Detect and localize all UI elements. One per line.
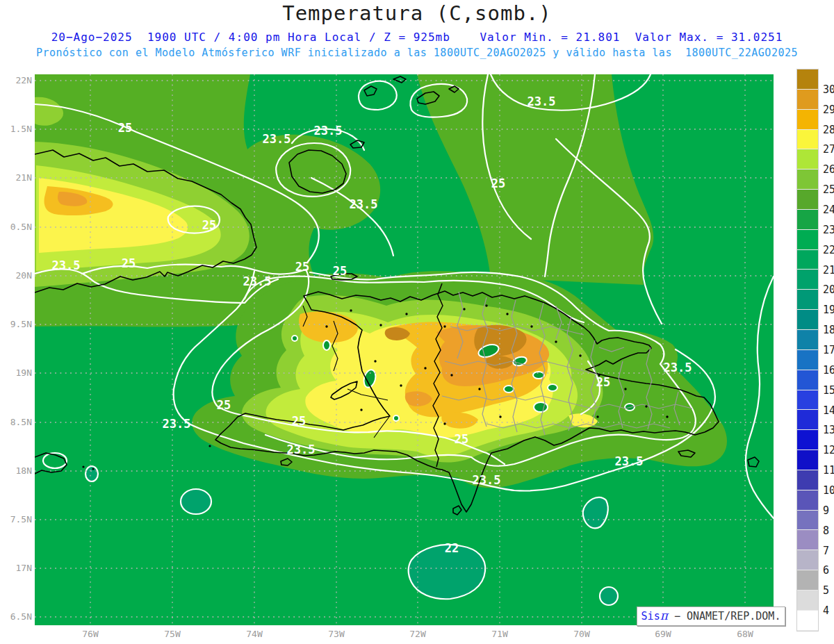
colorbar-tick: 26 <box>823 163 834 176</box>
sispi-logo-text: Sis <box>641 610 660 622</box>
colorbar-cell <box>797 69 818 90</box>
lat-tick-label: 1.5N <box>0 124 32 134</box>
colorbar-tick: 25 <box>823 183 834 196</box>
colorbar-cell <box>797 470 818 490</box>
colorbar-tick: 14 <box>823 404 834 417</box>
contour-label: 25 <box>295 260 309 274</box>
colorbar-cell <box>797 90 818 110</box>
sispi-pi-glyph: π <box>660 609 668 622</box>
contour-label: 25 <box>455 432 468 446</box>
lat-tick-label: 0.5N <box>0 222 32 232</box>
lon-tick-label: 73W <box>322 629 350 639</box>
colorbar-tick: 30 <box>823 83 834 96</box>
colorbar-tick: 16 <box>823 364 834 377</box>
lat-tick-label: 22N <box>0 75 32 85</box>
contour-label: 23.5 <box>615 454 644 468</box>
colorbar-cell <box>797 290 818 310</box>
colorbar-cell <box>797 591 818 611</box>
colorbar-cell <box>797 250 818 270</box>
lon-tick-label: 72W <box>404 629 432 639</box>
contour-label: 23.5 <box>528 94 556 108</box>
lon-tick-label: 70W <box>568 629 596 639</box>
colorbar-cell <box>797 230 818 250</box>
colorbar-tick: 21 <box>823 264 834 276</box>
lat-tick-label: 19N <box>0 368 32 378</box>
colorbar-cell <box>797 570 818 591</box>
lon-tick-label: 74W <box>240 629 268 639</box>
colorbar-tick: 17 <box>823 344 834 356</box>
colorbar-cell <box>797 390 818 411</box>
attribution-box: Sisπ − ONAMET/REP.DOM. <box>637 606 785 626</box>
forecast-map: 2523.523.523.52523.52523.5252523.5252523… <box>0 0 834 644</box>
colorbar-tick: 4 <box>823 604 829 617</box>
attribution-text: − ONAMET/REP.DOM. <box>668 610 781 622</box>
contour-label: 23.5 <box>664 361 692 374</box>
contour-label: 23.5 <box>287 443 316 456</box>
colorbar-cell <box>797 550 818 570</box>
contour-label: 23.5 <box>350 197 378 211</box>
lat-tick-label: 8.5N <box>0 417 32 427</box>
lat-tick-label: 7.5N <box>0 514 32 525</box>
weather-map-page: Temperatura (C,somb.) 20−Ago−2025 1900 U… <box>0 0 834 644</box>
colorbar-cell <box>797 370 818 390</box>
lon-tick-label: 71W <box>486 629 514 639</box>
colorbar-cell <box>797 110 818 130</box>
colorbar-tick: 22 <box>823 244 834 256</box>
colorbar-cell <box>797 450 818 470</box>
contour-label: 25 <box>217 398 231 412</box>
contour-label: 25 <box>333 264 347 278</box>
colorbar-tick: 20 <box>823 283 834 296</box>
contour-label: 25 <box>491 176 505 190</box>
lat-tick-label: 20N <box>0 270 32 281</box>
colorbar-cell <box>797 130 818 150</box>
temperature-colorbar <box>797 69 818 631</box>
colorbar-tick: 5 <box>823 584 829 597</box>
colorbar-tick: 13 <box>823 424 834 436</box>
colorbar-tick: 12 <box>823 444 834 456</box>
lat-tick-label: 9.5N <box>0 319 32 329</box>
colorbar-tick: 6 <box>823 564 829 577</box>
contour-label: 25 <box>122 256 136 270</box>
lat-tick-label: 6.5N <box>0 611 32 622</box>
colorbar-tick: 7 <box>823 545 829 557</box>
lon-tick-label: 68W <box>731 629 759 639</box>
colorbar-cell <box>797 170 818 190</box>
lon-tick-label: 76W <box>76 629 104 639</box>
colorbar-cell <box>797 611 818 631</box>
contour-label: 23.5 <box>263 132 291 146</box>
lon-tick-label: 75W <box>158 629 186 639</box>
colorbar-cell <box>797 430 818 450</box>
colorbar-tick: 11 <box>823 464 834 477</box>
lat-tick-label: 18N <box>0 465 32 476</box>
colorbar-cell <box>797 530 818 550</box>
contour-label: 23.5 <box>473 473 501 487</box>
colorbar-tick: 9 <box>823 504 829 517</box>
colorbar-tick: 28 <box>823 124 834 136</box>
colorbar-tick: 19 <box>823 304 834 316</box>
contour-label: 25 <box>118 121 132 135</box>
contour-label: 25 <box>292 414 306 428</box>
colorbar-tick: 24 <box>823 204 834 216</box>
colorbar-cell <box>797 330 818 350</box>
colorbar-cell <box>797 410 818 430</box>
contour-label: 23.5 <box>243 274 272 288</box>
lon-tick-label: 69W <box>649 629 677 639</box>
colorbar-tick: 15 <box>823 384 834 397</box>
colorbar-cell <box>797 190 818 210</box>
contour-label: 23.5 <box>163 417 191 431</box>
contour-label: 25 <box>596 375 610 389</box>
contour-label: 23.5 <box>52 258 81 272</box>
colorbar-tick: 27 <box>823 143 834 156</box>
colorbar-cell <box>797 210 818 230</box>
lat-tick-label: 21N <box>0 172 32 183</box>
contour-label: 22 <box>445 541 459 555</box>
lat-tick-label: 17N <box>0 563 32 573</box>
colorbar-cell <box>797 270 818 290</box>
colorbar-cell <box>797 310 818 330</box>
contour-label: 23.5 <box>314 124 343 138</box>
contour-label: 25 <box>202 218 216 232</box>
colorbar-cell <box>797 350 818 370</box>
colorbar-tick: 8 <box>823 525 829 537</box>
colorbar-tick: 10 <box>823 484 834 497</box>
colorbar-cell <box>797 490 818 511</box>
